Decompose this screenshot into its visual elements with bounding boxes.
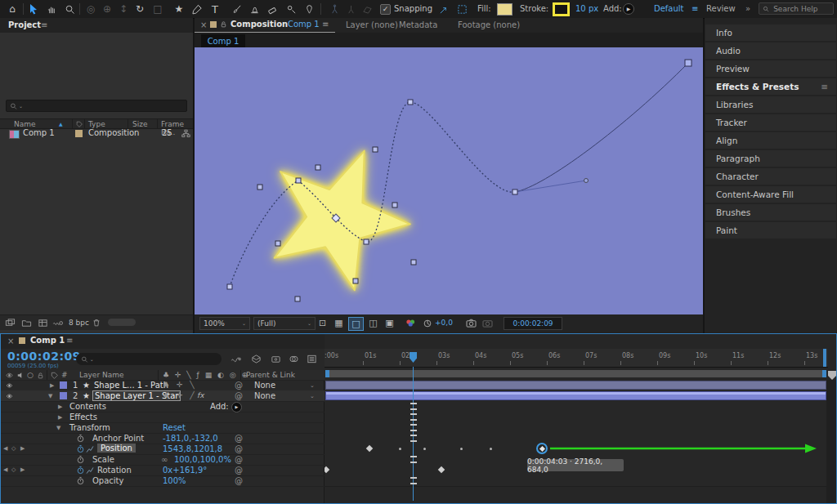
transform-group-row[interactable]: ▼ Transform Reset (1, 422, 325, 434)
sidebar-item-align[interactable]: Align (705, 132, 836, 149)
eye-column-icon[interactable] (5, 372, 14, 379)
selection-tool-icon[interactable] (26, 2, 41, 16)
rotation-row[interactable]: ◀ ◇ ▶ Rotation 0x+161,9° @ (1, 465, 325, 476)
layer-name-column[interactable]: Layer Name (79, 371, 124, 379)
workspace-tab-review[interactable]: Review (706, 4, 736, 13)
brush-tool-icon[interactable] (229, 2, 244, 16)
layer-name[interactable]: Shape L... 1 - Path (94, 381, 168, 390)
tab-layer[interactable]: Layer (none) (346, 20, 398, 29)
add-shape-menu-button[interactable]: ▶ (623, 3, 634, 15)
workspace-menu-icon[interactable]: ≡ (692, 4, 698, 13)
bit-depth-label[interactable]: 8 bpc (69, 319, 89, 327)
stroke-width-value[interactable]: 10 px (575, 4, 598, 13)
composition-canvas[interactable] (195, 47, 703, 314)
scale-row[interactable]: Scale ∞ 100,0,100,0% @ (1, 454, 325, 466)
stroke-label[interactable]: Stroke: (520, 4, 548, 13)
label-column-icon[interactable] (51, 372, 58, 379)
property-value[interactable]: -181,0,-132,0 (163, 434, 218, 443)
property-label-selected[interactable]: Position (97, 444, 136, 453)
keyframe-selected[interactable] (536, 443, 548, 454)
effects-label[interactable]: Effects (69, 413, 97, 421)
pickwhip-icon[interactable]: @ (235, 455, 243, 464)
column-type[interactable]: Type (88, 120, 105, 128)
label-column-icon[interactable] (76, 121, 83, 127)
trash-icon[interactable] (92, 318, 101, 328)
expander-icon[interactable]: ▶ (58, 404, 62, 410)
bezier-handle-dot[interactable] (584, 179, 589, 183)
show-snapshot-icon[interactable] (481, 317, 495, 329)
project-search-input[interactable] (23, 100, 183, 111)
horizontal-scrollbar-thumb[interactable] (108, 319, 136, 326)
graph-editor-icon[interactable] (86, 466, 94, 475)
timeline-search-input[interactable] (94, 354, 217, 364)
sidebar-item-content-aware-fill[interactable]: Content-Aware Fill (705, 186, 836, 203)
zoom-tool-icon[interactable] (62, 2, 77, 16)
pickwhip-icon[interactable]: @ (235, 381, 243, 390)
new-composition-icon[interactable] (38, 318, 48, 328)
close-icon[interactable]: × (7, 337, 14, 346)
layer-switches[interactable]: ♣ ✛ ╲ (163, 381, 197, 389)
layer2-duration-bar[interactable] (325, 391, 826, 400)
close-icon[interactable]: × (200, 20, 207, 29)
subtab-comp1[interactable]: Comp 1 (201, 34, 245, 47)
mask-visibility-icon[interactable]: □ (348, 317, 364, 331)
position-row[interactable]: ◀ ◇ ▶ Position 1543,8,1201,8 @ (1, 444, 325, 455)
eraser-tool-icon[interactable] (265, 2, 280, 16)
contents-group-row[interactable]: ▶ Contents Add: ▶ (1, 401, 325, 413)
workspace-tab-default[interactable]: Default (654, 4, 684, 13)
expander-icon[interactable]: ▶ (58, 414, 62, 421)
current-timecode[interactable]: 0:00:02:09 (7, 350, 81, 363)
tab-metadata[interactable]: Metadata (399, 20, 437, 29)
tab-footage[interactable]: Footage (none) (458, 20, 520, 29)
orbit-camera-tool-icon[interactable]: ◎ (83, 2, 98, 16)
composition-mini-flowchart-icon[interactable] (231, 354, 241, 364)
fx-switch[interactable]: fx (197, 391, 204, 399)
safe-guides-icon[interactable]: ⊡ (316, 317, 329, 329)
frame-blending-icon[interactable] (289, 354, 299, 364)
timeline-tab-label[interactable]: Comp 1 (30, 336, 65, 345)
pickwhip-icon[interactable]: @ (235, 466, 243, 475)
project-search-box[interactable]: ⌄ (6, 100, 187, 112)
keyframe-roving[interactable] (423, 448, 426, 450)
timeline-panel-menu-icon[interactable]: ≡ (66, 336, 73, 345)
parent-select[interactable]: None (254, 381, 275, 390)
property-label[interactable]: Opacity (92, 476, 123, 485)
contents-label[interactable]: Contents (69, 402, 106, 411)
transform-label[interactable]: Transform (69, 423, 110, 432)
number-column[interactable]: # (61, 371, 68, 379)
fill-label[interactable]: Fill: (477, 4, 491, 13)
sidebar-item-libraries[interactable]: Libraries (705, 96, 836, 113)
hide-shy-layers-icon[interactable] (271, 354, 281, 364)
prev-keyframe-icon[interactable]: ◀ (3, 466, 7, 473)
help-search-box[interactable] (759, 2, 834, 15)
stroke-color-swatch[interactable] (553, 2, 570, 16)
layer-row-1[interactable]: ▶ 1 ★ Shape L... 1 - Path ♣ ✛ ╲ @ None ⌄ (1, 380, 325, 391)
anchor-point-row[interactable]: Anchor Point -181,0,-132,0 @ (1, 433, 325, 444)
draft-3d-icon[interactable] (251, 354, 262, 364)
shape-tool-icon[interactable]: ★ (172, 2, 186, 16)
new-folder-icon[interactable] (21, 318, 32, 328)
layer-row-2[interactable]: ▼ 2 ★ Shape Layer 1 - Star ♣ ✛ ╱ fx @ No… (1, 390, 325, 402)
viewer-timecode[interactable]: 0:00:02:09 (504, 317, 562, 330)
expander-icon[interactable]: ▶ (50, 382, 54, 389)
pickwhip-icon[interactable]: @ (235, 444, 243, 453)
project-panel-menu-icon[interactable]: ≡ (41, 20, 47, 29)
prev-keyframe-icon[interactable]: ◀ (3, 445, 7, 452)
add-keyframe-icon[interactable]: ◇ (11, 445, 16, 452)
rotate-tool-icon[interactable]: ↻ (132, 2, 147, 16)
next-keyframe-icon[interactable]: ▶ (20, 445, 25, 452)
sidebar-item-effects-presets[interactable]: Effects & Presets ≡ (705, 78, 836, 95)
interpret-footage-icon[interactable] (5, 318, 16, 328)
sidebar-item-character[interactable]: Character (705, 168, 836, 185)
sidebar-item-paint[interactable]: Paint (705, 222, 836, 239)
text-tool-icon[interactable]: T (208, 2, 222, 16)
pickwhip-icon[interactable]: @ (235, 434, 243, 443)
property-label[interactable]: Scale (92, 455, 114, 464)
flowchart-icon[interactable] (181, 129, 190, 138)
work-area-start-handle[interactable] (325, 370, 329, 377)
pan-behind-tool-icon[interactable]: □ (150, 2, 165, 16)
layer-label-swatch[interactable] (60, 392, 67, 399)
graph-editor-icon[interactable] (86, 445, 94, 453)
parent-select[interactable]: None (254, 391, 275, 400)
motion-blur-icon[interactable] (307, 354, 317, 364)
